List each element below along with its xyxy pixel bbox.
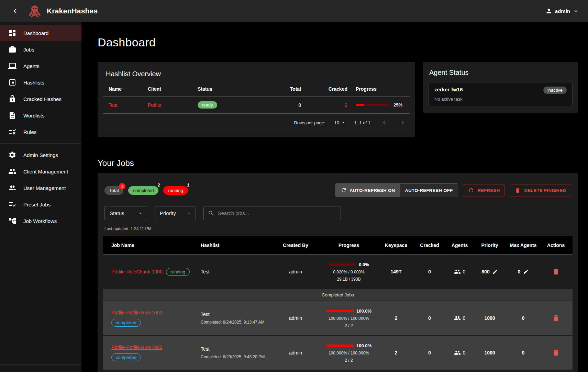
column-header-name: Name <box>103 86 148 92</box>
job-progress-sub: 29.1B / 393B <box>337 277 360 282</box>
job-row-completed: Potfile-Potfile Run-1000 completed Test … <box>103 335 573 370</box>
sidebar-item-user-management[interactable]: User Management <box>0 180 81 196</box>
chip-running[interactable]: running 1 <box>163 186 188 195</box>
jobs-panel: Total 3 completed 2 running 1 <box>98 173 578 372</box>
dashboard-icon <box>8 29 16 37</box>
job-created-by: admin <box>271 269 320 274</box>
agent-status-card: Agent Status zerker-fw16 No active task … <box>423 62 578 113</box>
sidebar-divider <box>0 143 81 144</box>
delete-finished-button[interactable]: DELETE FINISHED <box>510 184 571 196</box>
user-name: admin <box>555 8 570 14</box>
job-priority-value: 1000 <box>484 350 495 356</box>
hashlist-table-header: Name Client Status Total Cracked Progres… <box>103 81 410 97</box>
hashlist-progress-label: 25% <box>393 102 402 108</box>
chip-completed-label: completed <box>133 188 154 193</box>
sidebar-item-job-workflows[interactable]: Job Workflows <box>0 213 81 229</box>
trash-icon <box>552 314 560 322</box>
chip-completed[interactable]: completed 2 <box>128 186 158 195</box>
job-priority-value: 1000 <box>484 315 495 321</box>
user-group-icon <box>8 184 16 192</box>
job-name-link[interactable]: Potfile-RuleChunk-1000 <box>111 269 163 274</box>
search-input[interactable] <box>218 210 336 216</box>
job-status-chip-completed: completed <box>111 353 141 361</box>
pagination-prev-icon[interactable] <box>379 118 389 127</box>
dropdown-caret-icon <box>138 211 143 216</box>
dropdown-caret-icon <box>341 121 345 125</box>
workflow-tree-icon <box>8 217 16 225</box>
auto-refresh-on-label: AUTO-REFRESH ON <box>350 188 395 193</box>
job-cracked: 0 <box>414 350 445 356</box>
auto-refresh-off-label: AUTO-REFRESH OFF <box>405 188 453 193</box>
sidebar-item-label: User Management <box>23 185 66 191</box>
sidebar-item-hashlists[interactable]: Hashlists <box>0 74 81 91</box>
sidebar-item-rules[interactable]: Rules <box>0 124 81 140</box>
agent-name: zerker-fw16 <box>434 87 463 92</box>
people-icon <box>8 167 16 176</box>
auto-refresh-on-button[interactable]: AUTO-REFRESH ON <box>336 184 400 197</box>
kraken-logo-icon <box>27 4 42 18</box>
agent-row: zerker-fw16 No active task inactive <box>429 82 573 106</box>
column-header-total: Total <box>258 86 309 92</box>
sidebar-item-admin-settings[interactable]: Admin Settings <box>0 147 81 163</box>
column-header-priority: Priority <box>474 243 505 248</box>
job-progress-sub: 2 / 2 <box>345 358 353 363</box>
refresh-icon <box>341 187 347 193</box>
sidebar-item-label: Wordlists <box>23 113 44 119</box>
sidebar-item-label: Dashboard <box>23 30 48 36</box>
job-status-chip-running: running <box>166 268 190 276</box>
sidebar-item-preset-jobs[interactable]: Preset Jobs <box>0 196 81 213</box>
chip-total[interactable]: Total 3 <box>104 186 123 195</box>
completed-jobs-divider: Completed Jobs <box>103 289 573 301</box>
job-progress-detail: 0.020% / 0.000% <box>333 270 364 274</box>
hashlist-name-link[interactable]: Test <box>109 102 118 108</box>
sidebar-item-about[interactable]: About <box>0 368 81 372</box>
sidebar-item-client-management[interactable]: Client Management <box>0 163 81 180</box>
people-icon <box>454 349 461 356</box>
column-header-client: Client <box>148 86 198 92</box>
status-filter-label: Status <box>110 210 124 216</box>
job-max-agents-value: 0 <box>518 269 521 274</box>
job-name-link[interactable]: Potfile-Potfile Run-1000 <box>111 310 162 315</box>
priority-filter-select[interactable]: Priority <box>155 206 196 220</box>
app-title: KrakenHashes <box>47 7 98 15</box>
column-header-progress: Progress <box>320 243 378 248</box>
job-row-completed: Potfile-Potfile Run-1000 completed Test … <box>103 301 573 335</box>
auto-refresh-off-button[interactable]: AUTO-REFRESH OFF <box>400 184 457 197</box>
column-header-status: Status <box>198 86 258 92</box>
agent-status-title: Agent Status <box>429 67 573 79</box>
page-title: Dashboard <box>98 36 588 49</box>
status-filter-select[interactable]: Status <box>104 206 147 220</box>
rows-per-page-select[interactable]: 10 <box>334 120 345 125</box>
people-icon <box>454 315 461 322</box>
hashlist-client-link[interactable]: Potfile <box>148 102 161 108</box>
sidebar-item-agents[interactable]: Agents <box>0 58 81 74</box>
user-menu[interactable]: admin <box>545 8 579 14</box>
pagination-next-icon[interactable] <box>398 118 408 127</box>
job-agents-count: 0 <box>463 315 466 321</box>
refresh-icon <box>468 187 474 193</box>
edit-pencil-icon[interactable] <box>492 269 498 274</box>
sidebar-item-wordlists[interactable]: Wordlists <box>0 107 81 124</box>
job-name-link[interactable]: Potfile-Potfile Run-1000 <box>111 345 162 350</box>
column-header-cracked: Cracked <box>309 86 356 92</box>
rows-per-page-value: 10 <box>334 120 339 125</box>
back-chevron-icon[interactable] <box>9 5 21 17</box>
sidebar-item-cracked-hashes[interactable]: Cracked Hashes <box>0 91 81 107</box>
trash-icon <box>552 268 560 275</box>
delete-job-button[interactable] <box>541 314 570 322</box>
sidebar-item-dashboard[interactable]: Dashboard <box>0 25 81 41</box>
sidebar-item-jobs[interactable]: Jobs <box>0 41 81 58</box>
status-badge-ready: ready <box>198 101 217 109</box>
chevron-down-icon <box>573 8 579 14</box>
refresh-button[interactable]: REFRESH <box>463 184 505 196</box>
column-header-created-by: Created By <box>271 243 320 248</box>
hashlist-progress-bar <box>356 104 390 106</box>
chip-total-label: Total <box>109 188 119 193</box>
sidebar-divider <box>0 364 81 365</box>
job-count-chips: Total 3 completed 2 running 1 <box>104 186 188 195</box>
chip-running-label: running <box>168 188 183 193</box>
delete-job-button[interactable] <box>541 268 570 275</box>
job-progress-detail: 100.000% / 100.000% <box>329 351 369 356</box>
delete-job-button[interactable] <box>541 349 570 357</box>
edit-pencil-icon[interactable] <box>523 269 529 274</box>
